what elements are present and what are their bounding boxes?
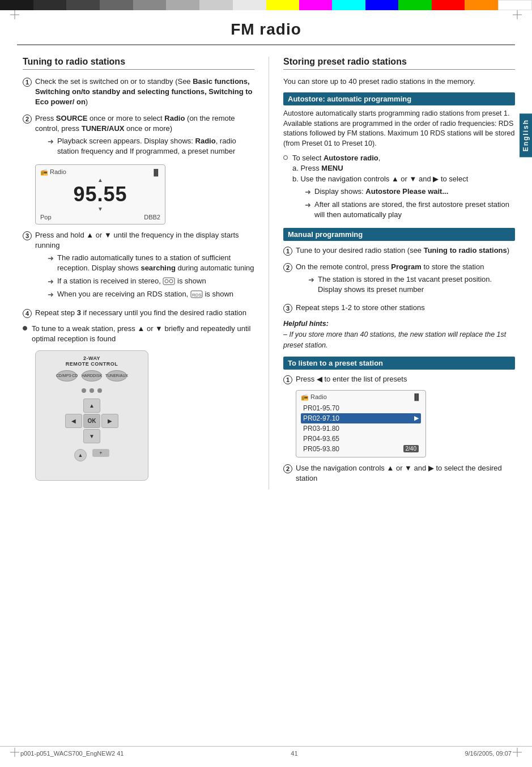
autostore-text: Autostore automatically starts programmi…: [283, 109, 515, 149]
step-2-arrow-1: ➜ Playback screen appears. Display shows…: [48, 136, 254, 156]
step-2-num: 2: [23, 115, 32, 124]
listen-step-2: 2 Use the navigation controls ▲ or ▼ and…: [283, 463, 515, 484]
color-bar-right: [266, 0, 533, 10]
listen-step-2-num: 2: [283, 464, 292, 473]
preset-page-badge: 2/40: [403, 445, 419, 452]
preset-item-3: PR03-91.80: [301, 423, 421, 434]
step-1: 1 Check the set is switched on or to sta…: [23, 77, 254, 108]
preset-item-1: PR01-95.70: [301, 403, 421, 413]
step-3-arrow-1: ➜ The radio automatically tunes to a sta…: [48, 253, 254, 273]
right-column: Storing preset radio stations You can st…: [283, 57, 515, 489]
svg-point-9: [165, 279, 168, 283]
manual-step-2-num: 2: [283, 263, 292, 272]
step-4: 4 Repeat step 3 if necessary until you f…: [23, 308, 254, 318]
weak-station-step: To tune to a weak station, press ▲ or ▼ …: [23, 324, 254, 344]
listen-bar: To listen to a preset station: [283, 357, 515, 370]
radio-icon: 📻: [40, 168, 48, 175]
svg-point-10: [169, 279, 173, 283]
nav-ok-btn[interactable]: OK: [83, 414, 100, 428]
crosshair-tr: [513, 10, 522, 19]
preset-display: 📻 Radio ▐▌ PR01-95.70 PR02-97.10 ▶ PR03-…: [296, 390, 426, 457]
radio-frequency: 95.55: [40, 183, 160, 206]
remote-dot-2: [90, 388, 94, 393]
step-2-text: Press SOURCE once or more to select Radi…: [35, 113, 254, 159]
manual-step-1-num: 1: [283, 247, 292, 256]
remote-dot-3: [97, 388, 102, 393]
step-3-text: Press and hold ▲ or ▼ until the frequenc…: [35, 230, 254, 302]
listen-step-1: 1 Press ◀ to enter the list of presets: [283, 374, 515, 384]
remote-dot-1: [82, 388, 86, 393]
radio-display-header: 📻 Radio ▐▌: [40, 168, 160, 176]
radio-footer: Pop DBB2: [40, 214, 160, 221]
radio-footer-right: DBB2: [144, 214, 160, 221]
remote-control-image: 2-WAYREMOTE CONTROL CD/MP3·CD HARDDISK T…: [35, 350, 148, 481]
column-divider: [269, 57, 269, 489]
page-footer: p001-p051_WACS700_EngNEW2 41 41 9/16/200…: [0, 746, 532, 757]
manual-step-3-text: Repeat steps 1-2 to store other stations: [296, 303, 515, 313]
color-bar-left: [0, 0, 266, 10]
helpful-hints: Helpful hints: – If you store more than …: [283, 319, 515, 350]
english-tab: English: [520, 113, 532, 157]
signal-icon: ▐▌: [151, 169, 160, 176]
manual-step-1-text: Tune to your desired radio station (see …: [296, 245, 515, 256]
remote-bottom-left[interactable]: ▲: [74, 449, 87, 461]
remote-btn-cdmp3: CD/MP3·CD: [57, 370, 77, 382]
manual-step-2: 2 On the remote control, press Program t…: [283, 262, 515, 298]
left-section-heading: Tuning to radio stations: [23, 57, 254, 70]
footer-right: 9/16/2005, 09:07: [465, 750, 512, 757]
autostore-bar: Autostore: automatic programming: [283, 92, 515, 105]
autostore-arrow-1: ➜ Display shows: Autostore Please wait..…: [305, 187, 515, 197]
preset-item-5: PR05-93.80 2/40: [301, 444, 421, 454]
preset-radio-label: Radio: [310, 393, 327, 400]
step-1-num: 1: [23, 78, 32, 87]
preset-radio-icon: 📻: [301, 393, 309, 400]
autostore-bullet: [283, 155, 288, 160]
step-3-num: 3: [23, 231, 32, 240]
manual-step-3-num: 3: [283, 304, 292, 313]
listen-step-2-text: Use the navigation controls ▲ or ▼ and ▶…: [296, 463, 515, 484]
preset-signal-icon: ▐▌: [412, 393, 421, 400]
radio-display: 📻 Radio ▐▌ ▲ 95.55 ▼ Pop DBB2: [35, 164, 165, 224]
step-2: 2 Press SOURCE once or more to select Ra…: [23, 113, 254, 159]
remote-label: 2-WAYREMOTE CONTROL: [66, 355, 118, 367]
stereo-icon: [163, 277, 175, 285]
step-3-arrow-3: ➜ When you are receiving an RDS station,…: [48, 289, 254, 300]
nav-left-btn[interactable]: ◀: [65, 414, 82, 428]
nav-up-btn[interactable]: ▲: [83, 399, 100, 413]
manual-step-2-text: On the remote control, press Program to …: [296, 262, 515, 298]
svg-text:RDS: RDS: [192, 293, 202, 298]
manual-step-3: 3 Repeat steps 1-2 to store other statio…: [283, 303, 515, 313]
manual-step-1: 1 Tune to your desired radio station (se…: [283, 245, 515, 256]
remote-bottom-btns: ▲ +: [74, 449, 109, 461]
nav-right-btn[interactable]: ▶: [101, 414, 118, 428]
right-section-heading: Storing preset radio stations: [283, 57, 515, 70]
autostore-step: To select Autostore radio, a. Press MENU…: [283, 153, 515, 222]
nav-down-btn[interactable]: ▼: [83, 429, 100, 443]
preset-item-4: PR04-93.65: [301, 434, 421, 444]
remote-plus-btn[interactable]: +: [92, 449, 109, 457]
remote-btn-tuneraux: TUNER/AUX: [107, 370, 127, 382]
step-4-num: 4: [23, 309, 32, 318]
step-1-text: Check the set is switched on or to stand…: [35, 77, 254, 108]
weak-station-bullet: [23, 326, 27, 330]
listen-step-1-text: Press ◀ to enter the list of presets: [296, 374, 515, 384]
main-content: Tuning to radio stations 1 Check the set…: [0, 45, 532, 501]
remote-dots-row: [82, 388, 102, 393]
autostore-step-text: To select Autostore radio, a. Press MENU…: [292, 153, 515, 222]
radio-footer-left: Pop: [40, 214, 52, 221]
step-4-text: Repeat step 3 if necessary until you fin…: [35, 308, 254, 318]
step-3-arrow-2: ➜ If a station is received in stereo, is…: [48, 276, 254, 287]
remote-top-buttons: CD/MP3·CD HARDDISK TUNER/AUX: [57, 370, 127, 382]
page-title: FM radio: [231, 20, 301, 38]
right-section-intro: You can store up to 40 preset radio stat…: [283, 77, 515, 87]
weak-station-text: To tune to a weak station, press ▲ or ▼ …: [32, 324, 254, 344]
page-number: 41: [291, 750, 297, 757]
remote-btn-harddisk: HARDDISK: [82, 370, 102, 382]
left-column: Tuning to radio stations 1 Check the set…: [23, 57, 254, 489]
radio-nav-down: ▼: [40, 206, 160, 212]
rds-icon: RDS: [190, 290, 203, 298]
color-bar: [0, 0, 532, 10]
crosshair-tl: [10, 10, 19, 19]
step-3: 3 Press and hold ▲ or ▼ until the freque…: [23, 230, 254, 302]
manual-bar: Manual programming: [283, 228, 515, 241]
